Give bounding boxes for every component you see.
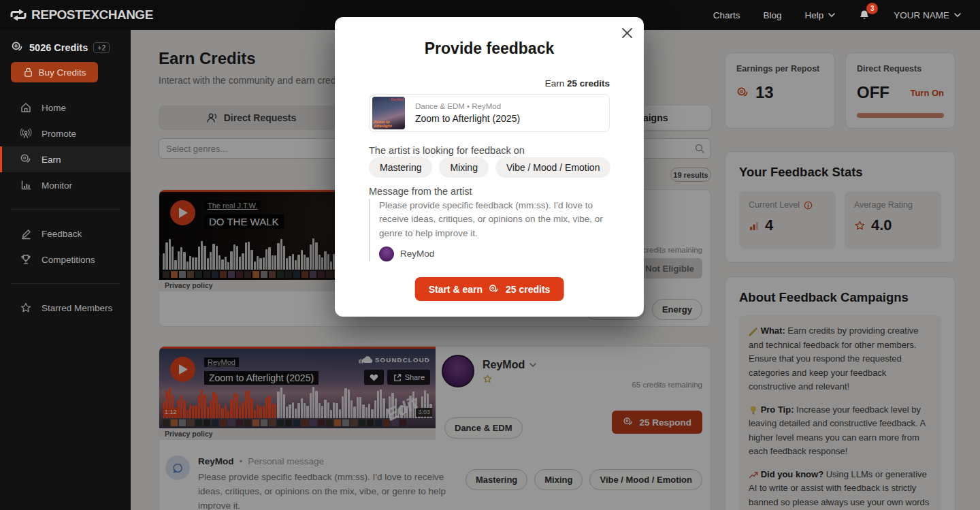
earn-amount-label: Earn 25 credits [545,78,610,89]
sidebar-item-home[interactable]: Home [0,95,131,121]
feedback-on-label: The artist is looking for feedback on [369,145,525,156]
sidebar-item-monitor[interactable]: Monitor [0,172,131,198]
close-icon [621,27,634,39]
buy-credits-button[interactable]: Buy Credits [11,62,98,82]
sidebar-nav: Home Promote Earn Monitor Feedback Com [0,95,131,321]
app-root: REPOSTEXCHANGE Charts Blog Help 3 YOUR N… [0,0,980,510]
artist-avatar [379,246,394,261]
bar-chart-icon [20,179,32,191]
feedback-category-chips: Mastering Mixing Vibe / Mood / Emotion [369,157,610,178]
provide-feedback-modal: Provide feedback Earn 25 credits ReyMod … [335,17,644,317]
chip-vibe-mood-emotion[interactable]: Vibe / Mood / Emotion [495,157,610,178]
credits-summary: 5026 Credits +2 [0,30,131,61]
nav-blog[interactable]: Blog [763,10,781,20]
sidebar: 5026 Credits +2 Buy Credits Home Promote… [0,30,131,510]
sidebar-divider [11,209,120,210]
sidebar-item-competitions[interactable]: Competitions [0,246,131,272]
shopping-bag-icon [23,67,33,78]
brand-name: REPOSTEXCHANGE [31,7,153,22]
nav-help[interactable]: Help [804,10,835,20]
sidebar-item-starred-members[interactable]: Starred Members [0,295,131,321]
notification-badge: 3 [866,3,878,14]
track-title: Zoom to Afterlight (2025) [415,113,520,124]
repost-logo-icon [10,9,27,21]
close-button[interactable] [621,27,634,42]
top-nav: Charts Blog Help 3 YOUR NAME [713,9,961,21]
modal-title: Provide feedback [335,39,644,58]
artist-author-row: ReyMod [379,246,610,261]
track-artwork-thumbnail: ReyMod Zoom to Afterlight [372,97,405,129]
chevron-down-icon [954,13,961,17]
credits-balance: 5026 Credits [29,42,88,53]
home-icon [20,101,32,114]
coins-icon [11,41,24,54]
coins-icon [489,284,500,295]
trophy-icon [20,253,32,266]
sidebar-item-promote[interactable]: Promote [0,121,131,146]
pencil-icon [20,227,32,240]
artist-message-text: Please provide specific feedback (mm:ss)… [379,199,610,240]
chevron-down-icon [828,13,835,17]
nav-charts[interactable]: Charts [713,10,740,20]
sidebar-divider [11,283,120,284]
credits-pending-badge: +2 [93,42,110,53]
modal-track-card: ReyMod Zoom to Afterlight Dance & EDM • … [369,94,610,132]
message-from-artist-label: Message from the artist [369,186,472,197]
chip-mixing[interactable]: Mixing [439,157,488,178]
chip-mastering[interactable]: Mastering [369,157,432,178]
coins-icon [20,153,32,165]
notifications-button[interactable]: 3 [858,9,870,21]
sidebar-item-earn[interactable]: Earn [0,146,131,172]
track-meta: Dance & EDM • ReyMod [415,102,520,110]
star-icon [20,302,32,314]
user-name: YOUR NAME [894,10,949,20]
broadcast-icon [20,127,32,140]
artist-message-quote: Please provide specific feedback (mm:ss)… [369,199,610,261]
sidebar-item-feedback[interactable]: Feedback [0,221,131,246]
user-menu[interactable]: YOUR NAME [894,10,961,20]
start-and-earn-button[interactable]: Start & earn 25 credits [415,277,564,301]
brand-logo[interactable]: REPOSTEXCHANGE [10,7,153,22]
artist-name: ReyMod [400,249,434,259]
